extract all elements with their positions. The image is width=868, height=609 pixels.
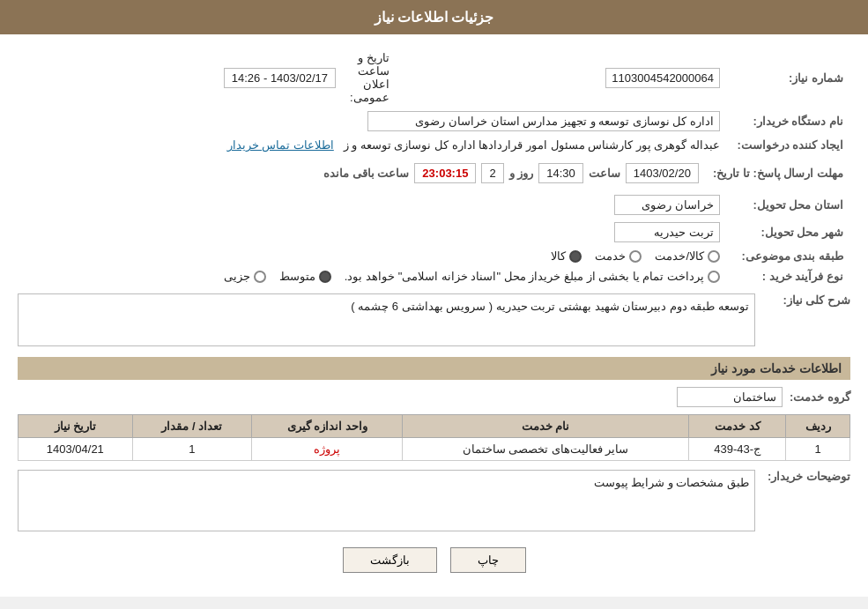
back-button[interactable]: بازگشت	[343, 547, 437, 573]
buyer-org-cell: اداره کل نوسازی توسعه و تجهیز مدارس استا…	[18, 108, 727, 135]
need-number-cell: 1103004542000064	[397, 48, 727, 108]
general-desc-value: توسعه طبقه دوم دبیرستان شهید بهشتی تربت …	[18, 293, 755, 346]
col-header-date: تاریخ نیاز	[19, 415, 133, 438]
category-label-khedmat: خدمت	[595, 249, 626, 263]
buyer-org-label: نام دستگاه خریدار:	[727, 108, 850, 135]
col-header-code: کد خدمت	[689, 415, 786, 438]
purchase-option-small[interactable]: جزیی	[224, 270, 266, 283]
purchase-label-bond: پرداخت تمام یا بخشی از مبلغ خریداز محل "…	[345, 270, 704, 283]
general-desc-row: شرح کلی نیاز: توسعه طبقه دوم دبیرستان شه…	[18, 293, 850, 346]
purchase-type-cell: پرداخت تمام یا بخشی از مبلغ خریداز محل "…	[18, 266, 727, 286]
deadline-day-value: 2	[481, 163, 503, 183]
category-radio-khedmat	[629, 250, 642, 263]
buyer-org-value: اداره کل نوسازی توسعه و تجهیز مدارس استا…	[367, 111, 720, 131]
top-info-table: شماره نیاز: 1103004542000064 تاریخ و ساع…	[18, 48, 850, 108]
purchase-radio-bond	[708, 271, 720, 283]
city-value: تربت حیدریه	[614, 222, 720, 242]
buyer-desc-container: طبق مشخصات و شرایط پیوست	[18, 470, 755, 531]
buyer-desc-section: توضیحات خریدار: طبق مشخصات و شرایط پیوست	[18, 470, 850, 531]
col-header-qty: تعداد / مقدار	[132, 415, 252, 438]
creator-table: ایجاد کننده درخواست: عبداله گوهری پور کا…	[18, 135, 850, 155]
services-table: ردیف کد خدمت نام خدمت واحد اندازه گیری ت…	[18, 414, 850, 461]
purchase-label-medium: متوسط	[279, 270, 315, 283]
group-service-label: گروه خدمت:	[790, 390, 850, 404]
purchase-label-small: جزیی	[224, 270, 250, 283]
deadline-date-value: 1403/02/20	[626, 163, 699, 183]
col-header-row: ردیف	[786, 415, 850, 438]
deadline-remain-value: 23:03:15	[414, 163, 476, 183]
table-cell-0: 1	[786, 438, 850, 461]
province-value: خراسان رضوی	[614, 195, 720, 215]
city-cell: تربت حیدریه	[18, 219, 727, 246]
announce-datetime-cell: 1403/02/17 - 14:26	[18, 48, 343, 108]
buyer-org-table: نام دستگاه خریدار: اداره کل نوسازی توسعه…	[18, 108, 850, 135]
page-container: جزئیات اطلاعات نیاز شماره نیاز: 11030045…	[0, 0, 868, 597]
province-label: استان محل تحویل:	[727, 191, 850, 219]
category-cell: کالا/خدمت خدمت کالا	[18, 246, 727, 266]
category-radio-group: کالا/خدمت خدمت کالا	[25, 249, 720, 263]
deadline-time-label: ساعت	[589, 167, 620, 180]
deadline-cell: 1403/02/20 ساعت 14:30 روز و 2 23:03:15 س…	[18, 155, 706, 191]
need-number-label: شماره نیاز:	[727, 48, 850, 108]
page-header: جزئیات اطلاعات نیاز	[0, 0, 868, 34]
general-desc-section: شرح کلی نیاز: توسعه طبقه دوم دبیرستان شه…	[18, 293, 850, 346]
category-option-kala[interactable]: کالا	[551, 249, 582, 263]
general-desc-label: شرح کلی نیاز:	[762, 293, 850, 307]
table-cell-2: سایر فعالیت‌های تخصصی ساختمان	[403, 438, 689, 461]
content-area: شماره نیاز: 1103004542000064 تاریخ و ساع…	[0, 34, 868, 597]
deadline-remain-label: ساعت باقی مانده	[323, 167, 409, 180]
purchase-option-medium[interactable]: متوسط	[279, 270, 331, 283]
send-date-label: مهلت ارسال پاسخ: تا تاریخ:	[706, 155, 850, 191]
creator-cell: عبداله گوهری پور کارشناس مسئول امور قرار…	[18, 135, 727, 155]
col-header-name: نام خدمت	[403, 415, 689, 438]
category-option-kala-khedmat[interactable]: کالا/خدمت	[655, 249, 720, 263]
services-section-title: اطلاعات خدمات مورد نیاز	[18, 357, 850, 380]
deadline-row: 1403/02/20 ساعت 14:30 روز و 2 23:03:15 س…	[25, 163, 699, 183]
category-radio-kala-khedmat	[708, 250, 720, 263]
table-row: 1ج-43-439سایر فعالیت‌های تخصصی ساختمانپر…	[19, 438, 850, 461]
purchase-type-row: پرداخت تمام یا بخشی از مبلغ خریداز محل "…	[25, 270, 720, 283]
purchase-type-table: نوع فرآیند خرید : پرداخت تمام یا بخشی از…	[18, 266, 850, 286]
purchase-radio-small	[254, 271, 266, 283]
group-service-value: ساختمان	[677, 387, 783, 407]
table-cell-5: 1403/04/21	[19, 438, 133, 461]
general-desc-container: توسعه طبقه دوم دبیرستان شهید بهشتی تربت …	[18, 293, 755, 346]
category-option-khedmat[interactable]: خدمت	[595, 249, 642, 263]
purchase-type-label: نوع فرآیند خرید :	[727, 266, 850, 286]
buyer-desc-label: توضیحات خریدار:	[762, 470, 850, 483]
deadline-day-label: روز و	[509, 167, 534, 180]
purchase-option-bond[interactable]: پرداخت تمام یا بخشی از مبلغ خریداز محل "…	[345, 270, 720, 283]
creator-value: عبداله گوهری پور کارشناس مسئول امور قرار…	[344, 138, 720, 152]
buyer-desc-value: طبق مشخصات و شرایط پیوست	[18, 470, 755, 531]
table-cell-4: 1	[132, 438, 252, 461]
city-label: شهر محل تحویل:	[727, 219, 850, 246]
print-button[interactable]: چاپ	[450, 547, 526, 573]
bottom-buttons: چاپ بازگشت	[18, 547, 850, 573]
category-label-kala: کالا	[551, 249, 566, 263]
need-number-value: 1103004542000064	[605, 68, 720, 88]
category-table: طبقه بندی موضوعی: کالا/خدمت خدمت	[18, 246, 850, 266]
city-table: شهر محل تحویل: تربت حیدریه	[18, 219, 850, 246]
group-service-row: گروه خدمت: ساختمان	[18, 387, 850, 407]
creator-label: ایجاد کننده درخواست:	[727, 135, 850, 155]
table-cell-1: ج-43-439	[689, 438, 786, 461]
page-title: جزئیات اطلاعات نیاز	[375, 10, 494, 25]
table-cell-3: پروژه	[252, 438, 403, 461]
category-radio-kala	[569, 250, 582, 263]
deadline-time-value: 14:30	[538, 163, 583, 183]
deadline-table: مهلت ارسال پاسخ: تا تاریخ: 1403/02/20 سا…	[18, 155, 850, 191]
creator-link[interactable]: اطلاعات تماس خریدار	[227, 138, 334, 152]
province-cell: خراسان رضوی	[18, 191, 727, 219]
province-table: استان محل تحویل: خراسان رضوی	[18, 191, 850, 219]
category-label-kala-khedmat: کالا/خدمت	[655, 249, 704, 263]
announce-datetime-label: تاریخ و ساعت اعلان عمومی:	[343, 48, 397, 108]
announce-datetime-value: 1403/02/17 - 14:26	[224, 68, 336, 88]
purchase-radio-medium	[319, 271, 331, 283]
category-label: طبقه بندی موضوعی:	[727, 246, 850, 266]
col-header-unit: واحد اندازه گیری	[252, 415, 403, 438]
